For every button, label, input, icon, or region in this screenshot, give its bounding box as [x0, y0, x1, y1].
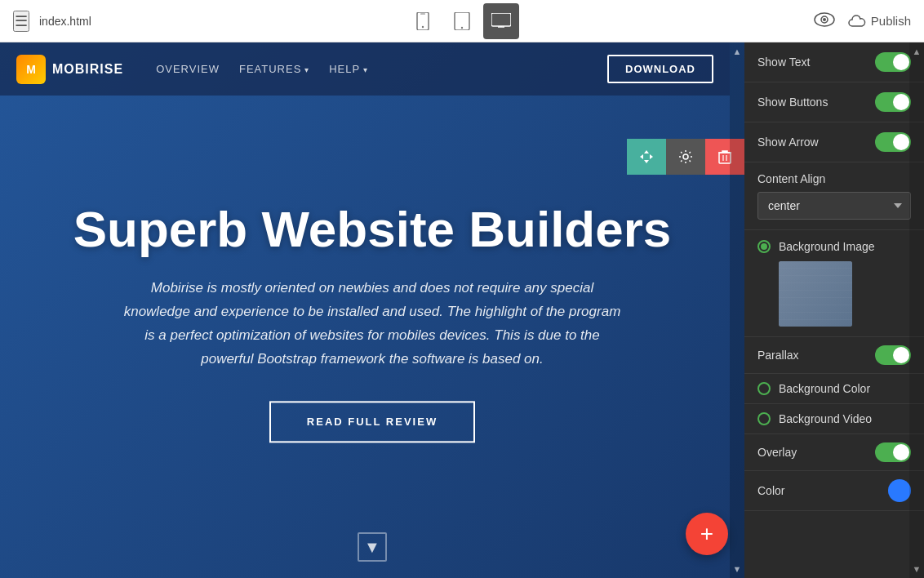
- nav-help: HELP: [329, 63, 368, 75]
- show-text-toggle-thumb: [893, 54, 909, 70]
- show-buttons-row: Show Buttons: [744, 82, 924, 122]
- hero-text: Mobirise is mostly oriented on newbies a…: [119, 278, 625, 372]
- sidebar-scroll-strip: ▲ ▼: [909, 42, 924, 578]
- preview-navigation: OVERVIEW FEATURES HELP: [156, 63, 368, 75]
- background-image-section: Background Image: [744, 230, 924, 337]
- color-swatch[interactable]: [888, 479, 911, 502]
- parallax-toggle[interactable]: [875, 345, 911, 365]
- canvas-scroll-strip: ▲ ▼: [730, 42, 744, 578]
- overlay-toggle-thumb: [893, 444, 909, 460]
- show-arrow-toggle[interactable]: [875, 132, 911, 152]
- cloud-icon: [848, 15, 866, 28]
- background-video-radio[interactable]: [757, 412, 771, 425]
- overlay-toggle[interactable]: [875, 442, 911, 462]
- nav-features: FEATURES: [239, 63, 309, 75]
- preview-logo: M MOBIRISE: [16, 55, 123, 84]
- background-image-radio[interactable]: [757, 240, 771, 253]
- show-buttons-toggle[interactable]: [875, 92, 911, 112]
- background-image-label: Background Image: [779, 240, 875, 253]
- parallax-label: Parallax: [757, 349, 799, 362]
- svg-rect-10: [719, 153, 731, 163]
- show-buttons-label: Show Buttons: [757, 96, 828, 109]
- website-header-preview: M MOBIRISE OVERVIEW FEATURES HELP DOWNLO…: [0, 42, 730, 96]
- nav-overview: OVERVIEW: [156, 63, 220, 75]
- color-row: Color: [744, 471, 924, 511]
- show-arrow-toggle-thumb: [893, 134, 909, 150]
- background-video-row: Background Video: [744, 404, 924, 434]
- canvas-toolbar: [627, 139, 744, 175]
- show-arrow-row: Show Arrow: [744, 122, 924, 162]
- publish-button[interactable]: Publish: [848, 14, 911, 28]
- mobile-icon: [415, 12, 430, 30]
- logo-text-label: MOBIRISE: [52, 62, 123, 77]
- canvas-scroll-down-button[interactable]: ▼: [730, 562, 744, 576]
- background-image-row: Background Image: [757, 240, 911, 253]
- overlay-row: Overlay: [744, 434, 924, 471]
- show-text-toggle-track: [875, 52, 911, 72]
- move-tool-button[interactable]: [627, 139, 666, 175]
- show-arrow-toggle-track: [875, 132, 911, 152]
- scroll-down-indicator[interactable]: ▼: [358, 532, 387, 562]
- show-buttons-toggle-thumb: [893, 94, 909, 110]
- menu-button[interactable]: ☰: [13, 11, 29, 32]
- eye-icon: [814, 12, 835, 27]
- background-color-radio[interactable]: [757, 382, 771, 395]
- show-text-row: Show Text: [744, 42, 924, 82]
- gear-icon: [678, 149, 693, 164]
- hero-content: Superb Website Builders Mobirise is most…: [66, 202, 678, 442]
- content-align-label: Content Align: [757, 172, 911, 185]
- move-icon: [639, 149, 654, 164]
- background-color-row: Background Color: [744, 374, 924, 404]
- plus-icon: +: [700, 521, 713, 547]
- background-color-label: Background Color: [779, 382, 870, 395]
- publish-label: Publish: [871, 14, 911, 28]
- desktop-icon: [491, 13, 511, 29]
- preview-button[interactable]: [814, 11, 835, 32]
- background-image-thumb-inner: [779, 261, 852, 327]
- hero-title: Superb Website Builders: [66, 202, 678, 257]
- canvas-scroll-up-button[interactable]: ▲: [730, 44, 744, 59]
- desktop-view-button[interactable]: [483, 3, 519, 39]
- device-switcher: [405, 3, 519, 39]
- main-area: M MOBIRISE OVERVIEW FEATURES HELP DOWNLO…: [0, 42, 924, 578]
- svg-point-9: [683, 154, 688, 159]
- settings-tool-button[interactable]: [666, 139, 705, 175]
- add-section-button[interactable]: +: [686, 513, 728, 555]
- filename-label: index.html: [39, 15, 91, 28]
- logo-icon: M: [16, 55, 46, 84]
- svg-rect-5: [491, 13, 511, 26]
- overlay-toggle-track: [875, 442, 911, 462]
- hero-cta-button[interactable]: READ FULL REVIEW: [269, 401, 475, 442]
- sidebar-scroll-up-button[interactable]: ▲: [909, 44, 924, 59]
- preview-nav-right: DOWNLOAD: [607, 55, 713, 83]
- tablet-icon: [454, 12, 470, 30]
- svg-point-1: [422, 25, 424, 27]
- show-text-label: Show Text: [757, 56, 810, 69]
- show-buttons-toggle-track: [875, 92, 911, 112]
- content-align-select[interactable]: center left right: [757, 192, 911, 220]
- parallax-row: Parallax: [744, 337, 924, 374]
- download-button[interactable]: DOWNLOAD: [607, 55, 713, 83]
- background-image-thumbnail[interactable]: [779, 261, 852, 327]
- background-video-label: Background Video: [779, 412, 872, 425]
- svg-point-4: [461, 26, 463, 28]
- parallax-toggle-thumb: [893, 347, 909, 363]
- svg-rect-2: [420, 13, 425, 14]
- sidebar-panel: Show Text Show Buttons Show Arrow: [744, 42, 924, 578]
- show-text-toggle[interactable]: [875, 52, 911, 72]
- topbar-right: Publish: [814, 11, 911, 32]
- parallax-toggle-track: [875, 345, 911, 365]
- show-arrow-label: Show Arrow: [757, 136, 819, 149]
- color-label: Color: [757, 484, 784, 497]
- tablet-view-button[interactable]: [444, 3, 480, 39]
- sidebar-scroll-down-button[interactable]: ▼: [909, 562, 924, 576]
- content-align-section: Content Align center left right: [744, 162, 924, 230]
- mobile-view-button[interactable]: [405, 3, 441, 39]
- topbar: ☰ index.html: [0, 0, 924, 42]
- topbar-left: ☰ index.html: [13, 11, 91, 32]
- overlay-label: Overlay: [757, 446, 797, 459]
- svg-point-8: [823, 18, 826, 21]
- canvas: M MOBIRISE OVERVIEW FEATURES HELP DOWNLO…: [0, 42, 744, 578]
